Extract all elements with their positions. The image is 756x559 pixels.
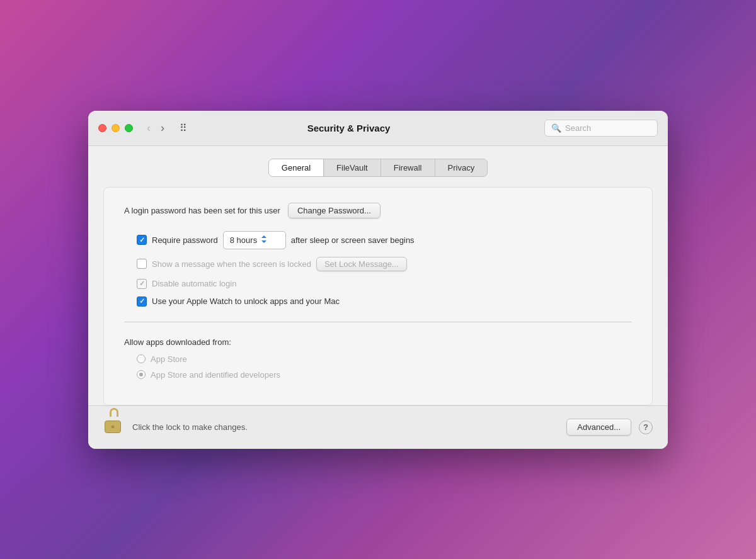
app-store-label: App Store [151,354,187,364]
bottom-bar: Click the lock to make changes. Advanced… [88,405,668,449]
lock-text: Click the lock to make changes. [132,422,559,432]
lock-keyhole [112,425,115,428]
tab-privacy[interactable]: Privacy [435,159,488,176]
tab-general[interactable]: General [269,159,324,176]
tab-firewall[interactable]: Firewall [381,159,435,176]
app-store-identified-label: App Store and identified developers [151,370,280,380]
login-password-row: A login password has been set for this u… [124,203,632,218]
help-button[interactable]: ? [639,421,653,434]
radio-group: App Store App Store and identified devel… [124,354,632,380]
require-password-label: Require password [152,235,218,245]
traffic-lights [98,124,133,132]
content-area: General FileVault Firewall Privacy A log… [88,146,668,405]
back-button[interactable]: ‹ [143,121,154,135]
apple-watch-row: ✓ Use your Apple Watch to unlock apps an… [137,296,632,307]
tab-bar: General FileVault Firewall Privacy [88,146,668,187]
search-box[interactable]: 🔍 [544,120,658,137]
search-input[interactable] [565,123,651,133]
lock-body [105,421,121,433]
show-message-row: Show a message when the screen is locked… [137,257,632,271]
disable-autologin-checkbox[interactable]: ✓ [137,279,147,289]
disable-autologin-label: Disable automatic login [152,279,236,288]
require-password-checkbox[interactable]: ✓ [137,235,147,245]
dropdown-value: 8 hours [230,235,257,245]
allow-apps-section: Allow apps downloaded from: App Store Ap… [124,337,632,380]
set-lock-message-button[interactable]: Set Lock Message... [316,257,407,271]
change-password-button[interactable]: Change Password... [288,203,381,218]
advanced-button[interactable]: Advanced... [566,419,631,436]
require-password-row: ✓ Require password 8 hours after sleep o… [137,231,632,249]
options-list: ✓ Require password 8 hours after sleep o… [124,231,632,307]
titlebar: ‹ › ⠿ Security & Privacy 🔍 [88,111,668,146]
app-store-radio[interactable] [137,354,146,363]
tab-group: General FileVault Firewall Privacy [268,159,488,177]
system-preferences-window: ‹ › ⠿ Security & Privacy 🔍 General FileV… [88,111,668,449]
disable-autologin-row: ✓ Disable automatic login [137,279,632,289]
tab-filevault[interactable]: FileVault [324,159,381,176]
section-divider [124,322,632,322]
login-password-text: A login password has been set for this u… [124,206,280,215]
show-message-checkbox[interactable] [137,259,147,269]
maximize-button[interactable] [125,124,133,132]
main-panel: A login password has been set for this u… [103,187,653,405]
app-store-identified-radio[interactable] [137,370,146,379]
allow-apps-title: Allow apps downloaded from: [124,337,632,347]
app-store-identified-radio-row: App Store and identified developers [137,370,632,380]
lock-shackle [110,408,118,417]
lock-icon[interactable] [103,415,125,440]
checkmark-dim-icon: ✓ [139,280,145,287]
search-icon: 🔍 [551,123,561,133]
dropdown-arrow-icon [260,234,268,247]
app-store-radio-row: App Store [137,354,632,364]
checkmark-icon: ✓ [139,237,145,244]
apple-watch-checkbox[interactable]: ✓ [137,296,147,307]
apple-watch-checkmark-icon: ✓ [139,298,145,305]
window-title: Security & Privacy [161,123,537,133]
apple-watch-label: Use your Apple Watch to unlock apps and … [152,296,340,306]
after-sleep-text: after sleep or screen saver begins [291,235,415,245]
require-password-dropdown[interactable]: 8 hours [223,231,286,249]
close-button[interactable] [98,124,106,132]
minimize-button[interactable] [112,124,120,132]
show-message-label: Show a message when the screen is locked [152,259,311,269]
